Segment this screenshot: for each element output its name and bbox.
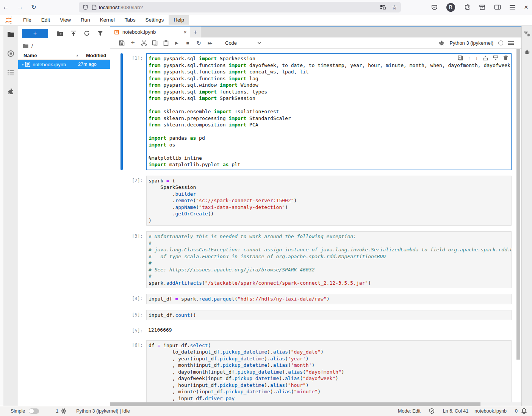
run-cell-icon[interactable]: ▶ [171, 41, 182, 45]
cell-editor[interactable]: ↑ ↓ input_df = spark.read.parquet("hdfs:… [146, 294, 512, 304]
horizontal-scrollbar[interactable] [110, 402, 521, 406]
profile-avatar[interactable]: R [446, 3, 455, 12]
browser-forward-icon[interactable]: → [14, 3, 26, 11]
home-folder-icon[interactable] [23, 44, 28, 48]
interrupt-kernel-icon[interactable]: ■ [182, 40, 193, 46]
archive-icon[interactable] [479, 4, 485, 11]
kernel-status-icon[interactable] [498, 41, 503, 45]
move-cell-up-icon[interactable]: ↑ [468, 55, 471, 61]
menu-edit[interactable]: Edit [36, 15, 55, 25]
breadcrumb-path: / [31, 43, 33, 49]
menu-help[interactable]: Help [169, 15, 189, 25]
notebook-menu-icon[interactable] [508, 40, 514, 46]
vertical-scrollbar[interactable] [516, 49, 520, 402]
menu-view[interactable]: View [55, 15, 76, 25]
paste-cells-icon[interactable] [160, 40, 171, 46]
browser-back-icon[interactable]: ← [0, 3, 11, 11]
trust-shield-icon[interactable] [429, 408, 435, 414]
browser-menu-icon[interactable] [510, 4, 515, 10]
browser-toolbar: ← → ↻ localhost:8080/lab? ☆ R × [0, 0, 532, 14]
cell-code[interactable]: 12106669 [148, 327, 510, 333]
bookmark-star-icon[interactable]: ☆ [392, 4, 397, 11]
notebook-cell[interactable]: [2]: ↑ ↓ spark = ( SparkSession . [120, 176, 512, 226]
delete-cell-icon[interactable] [503, 55, 508, 61]
cell-editor[interactable]: ↑ ↓ spark = ( SparkSession .builder .rem… [146, 176, 512, 226]
window-close-icon[interactable]: × [524, 3, 528, 11]
insert-cell-above-icon[interactable] [483, 55, 488, 61]
cell-editor[interactable]: ↑ ↓ input_df.count() [146, 310, 512, 321]
kernel-count[interactable]: 1 [56, 408, 58, 414]
notebook-cell[interactable]: [5]: ↑ ↓ 12106669 [120, 326, 512, 335]
cell-type-select[interactable]: Code [225, 40, 261, 46]
notebook-cell[interactable]: [3]: ↑ ↓ # Unfortunately this is needed … [120, 231, 512, 288]
sidebar-toggle-icon[interactable] [494, 4, 501, 10]
file-row[interactable]: ● notebook.ipynb 27m ago [18, 60, 110, 69]
menu-settings[interactable]: Settings [140, 15, 169, 25]
cell-code[interactable]: spark = ( SparkSession .builder .remote(… [149, 178, 509, 224]
shield-icon[interactable] [83, 5, 88, 10]
mode-indicator[interactable]: Mode: Edit [398, 408, 421, 414]
tab-label: notebook.ipynb [122, 29, 156, 35]
column-modified[interactable]: Modified [82, 53, 110, 58]
refresh-icon[interactable] [80, 30, 93, 36]
chevron-down-icon [257, 42, 261, 44]
move-cell-down-icon[interactable]: ↓ [476, 55, 478, 61]
cell-editor[interactable]: ↑ ↓ df = input_df.select( to_date(input_… [146, 340, 512, 404]
cell-editor[interactable]: ↑ ↓ from pyspark.sql import SparkSession… [146, 53, 512, 170]
notebook-cell[interactable]: [6]: ↑ ↓ df = input_df.select( to_da [120, 340, 512, 404]
cut-cells-icon[interactable] [138, 40, 149, 46]
menu-kernel[interactable]: Kernel [95, 15, 120, 25]
menu-file[interactable]: File [18, 15, 36, 25]
cell-editor[interactable]: ↑ ↓ # Unfortunately this is needed to wo… [146, 231, 512, 288]
kernel-status-text[interactable]: Python 3 (ipykernel) | Idle [76, 408, 130, 414]
restart-run-all-icon[interactable]: ▶▶ [204, 41, 215, 45]
debugger-sidebar-icon[interactable] [524, 49, 530, 55]
notification-count[interactable]: 0 [515, 408, 518, 414]
kernel-name[interactable]: Python 3 (ipykernel) [449, 40, 493, 46]
add-cell-icon[interactable]: + [127, 39, 138, 47]
notebook-scroll-area[interactable]: [1]: ↑ ↓ from pyspark.sql import SparkSe… [110, 49, 521, 406]
column-name[interactable]: Name ▲ [23, 53, 82, 58]
menu-tabs[interactable]: Tabs [120, 15, 141, 25]
url-bar[interactable]: localhost:8080/lab? ☆ [79, 2, 401, 12]
notebook-cell[interactable]: [5]: ↑ ↓ input_df.count() [120, 310, 512, 321]
restart-kernel-icon[interactable]: ↻ [193, 40, 204, 47]
simple-mode-toggle[interactable] [29, 408, 39, 414]
file-browser-tab-icon[interactable] [7, 31, 14, 37]
cell-editor[interactable]: ↑ ↓ 12106669 [146, 326, 512, 335]
browser-reload-icon[interactable]: ↻ [28, 3, 39, 11]
pocket-icon[interactable] [431, 4, 438, 11]
kernel-chip-icon [61, 408, 66, 414]
menu-run[interactable]: Run [76, 15, 95, 25]
cell-code[interactable]: df = input_df.select( to_date(input_df.p… [149, 342, 509, 402]
filter-icon[interactable] [94, 31, 107, 36]
tab-close-icon[interactable]: × [183, 29, 187, 35]
duplicate-cell-icon[interactable] [458, 55, 463, 61]
new-launcher-button[interactable]: + [22, 29, 48, 38]
extension-manager-icon[interactable] [7, 89, 14, 95]
property-inspector-icon[interactable] [524, 31, 530, 37]
save-icon[interactable] [116, 40, 127, 46]
cursor-position[interactable]: Ln 6, Col 41 [443, 408, 468, 414]
new-tab-button[interactable]: + [190, 26, 201, 37]
breadcrumb[interactable]: / [18, 41, 110, 51]
grid-windows-icon[interactable] [380, 5, 386, 10]
insert-cell-below-icon[interactable] [493, 55, 498, 61]
page-info-icon[interactable] [92, 5, 97, 10]
debugger-bug-icon[interactable] [439, 40, 444, 46]
cell-code[interactable]: # Unfortunately this is needed to work a… [149, 233, 509, 286]
table-of-contents-icon[interactable] [7, 70, 14, 76]
upload-icon[interactable] [67, 30, 80, 36]
notebook-cell[interactable]: [4]: ↑ ↓ input_df = spark.read.parquet("… [120, 294, 512, 304]
new-folder-icon[interactable] [53, 31, 67, 36]
cell-code[interactable]: input_df.count() [149, 312, 509, 319]
cell-code[interactable]: input_df = spark.read.parquet("hdfs://hd… [149, 296, 509, 302]
running-sessions-icon[interactable] [7, 50, 14, 57]
notebook-cell[interactable]: [1]: ↑ ↓ from pyspark.sql import SparkSe… [120, 53, 512, 170]
cell-code[interactable]: from pyspark.sql import SparkSessionfrom… [149, 55, 509, 168]
copy-cells-icon[interactable] [149, 40, 160, 46]
tab-notebook[interactable]: notebook.ipynb × [110, 26, 190, 37]
bell-icon[interactable] [521, 408, 527, 414]
cell-prompt: [4]: [123, 294, 146, 304]
extensions-puzzle-icon[interactable] [464, 4, 470, 11]
